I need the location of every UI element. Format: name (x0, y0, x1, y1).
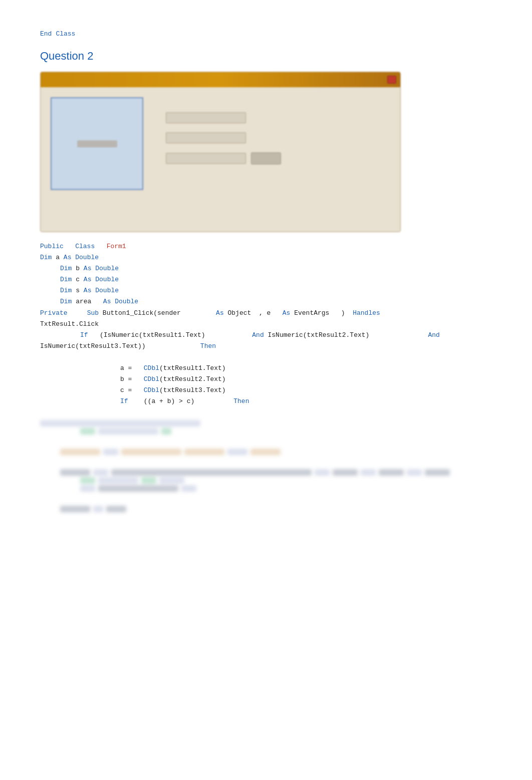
form-body (41, 87, 400, 228)
cdbl3-val: (txtResult3.Text) (159, 385, 226, 396)
and-keyword2: And (428, 330, 439, 341)
blurred-section-1 (40, 420, 492, 512)
dim-a-var: a (56, 252, 60, 263)
and-keyword1: And (252, 330, 263, 341)
textbox-1[interactable] (166, 112, 246, 123)
dim-area-var: area (76, 296, 91, 307)
dim-s-var: s (76, 285, 80, 296)
end-class-line: End Class (40, 30, 492, 38)
isnumeric2: IsNumeric(txtResult2.Text) (268, 330, 370, 341)
question-heading: Question 2 (40, 50, 492, 63)
dim-b-var: b (76, 263, 80, 274)
code-block: Public Class Form1 Dim a As Double Dim b… (40, 241, 492, 512)
dim-area-as: As (103, 296, 111, 307)
c-var: c = (120, 385, 132, 396)
cdbl1-keyword: CDbl (144, 363, 159, 374)
form-right-panel (166, 97, 390, 218)
dim-a-keyword: Dim (40, 252, 52, 263)
sub-keyword: Sub (87, 308, 99, 319)
dim-s-as: As (84, 285, 92, 296)
eventargs-type: EventArgs (294, 308, 329, 319)
title-buttons (387, 76, 396, 84)
dim-b-as: As (84, 263, 92, 274)
class-keyword: Class (56, 30, 75, 38)
code-line-private-sub: Private Sub Button1_Click(sender As Obje… (40, 308, 492, 319)
code-line-dim-c: Dim c As Double (60, 274, 492, 285)
isnumeric3: IsNumeric(txtResult3.Text)) (40, 341, 146, 352)
as-keyword1: As (216, 308, 224, 319)
button-click-name: Button1_Click(sender (103, 308, 181, 319)
public-keyword: Public (40, 241, 64, 252)
dim-c-keyword: Dim (60, 274, 72, 285)
handles-keyword: Handles (353, 308, 380, 319)
form-window (40, 72, 401, 232)
dim-s-keyword: Dim (60, 285, 72, 296)
if2-condition: ((a + b) > c) (144, 396, 194, 407)
private-keyword: Private (40, 308, 68, 319)
form-left-panel (51, 97, 151, 218)
form-titlebar (41, 72, 400, 87)
code-line-public-class: Public Class Form1 (40, 241, 492, 252)
dim-area-type: Double (115, 296, 138, 307)
as-keyword2: As (283, 308, 291, 319)
cdbl3-keyword: CDbl (144, 385, 159, 396)
blurred-line-5 (80, 477, 492, 484)
code-line-c-assign: c = CDbl (txtResult3.Text) (120, 385, 492, 396)
dim-a-as: As (64, 252, 72, 263)
code-line-isnumeric3: IsNumeric(txtResult3.Text)) Then (40, 341, 492, 352)
code-line-dim-b: Dim b As Double (60, 263, 492, 274)
a-var: a = (120, 363, 132, 374)
cdbl2-keyword: CDbl (144, 374, 159, 385)
b-var: b = (120, 374, 132, 385)
calculate-button[interactable] (251, 152, 281, 164)
dim-area-keyword: Dim (60, 296, 72, 307)
code-line-dim-a: Dim a As Double (40, 252, 492, 263)
if2-keyword: If (120, 396, 128, 407)
blurred-line-6 (80, 485, 492, 492)
form-row-1 (166, 112, 390, 123)
cdbl2-val: (txtResult2.Text) (159, 374, 226, 385)
blurred-line-7 (60, 506, 492, 512)
dim-c-as: As (84, 274, 92, 285)
cdbl1-val: (txtResult1.Text) (159, 363, 226, 374)
then-keyword: Then (200, 341, 216, 352)
form1-name: Form1 (107, 241, 126, 252)
form-row-3 (166, 152, 390, 164)
form-row-2 (166, 132, 390, 143)
dim-s-type: Double (95, 285, 119, 296)
dim-b-type: Double (95, 263, 119, 274)
code-line-b-assign: b = CDbl (txtResult2.Text) (120, 374, 492, 385)
code-line-if2: If ((a + b) > c) Then (120, 396, 492, 407)
dim-c-type: Double (95, 274, 119, 285)
textbox-2[interactable] (166, 132, 246, 143)
dim-a-type: Double (75, 252, 99, 263)
object-type: Object (228, 308, 251, 319)
if-keyword: If (80, 330, 88, 341)
code-line-if: If (IsNumeric(txtResult1.Text) And IsNum… (80, 330, 492, 341)
blurred-line-1 (40, 420, 492, 427)
blurred-line-4 (60, 469, 492, 476)
class-keyword2: Class (75, 241, 95, 252)
then2-keyword: Then (233, 396, 249, 407)
isnumeric1: (IsNumeric(txtResult1.Text) (100, 330, 205, 341)
end-keyword: End (40, 30, 52, 38)
code-line-dim-s: Dim s As Double (60, 285, 492, 296)
txtresult-click: TxtResult.Click (40, 319, 99, 330)
close-button-icon (387, 76, 396, 84)
blurred-line-3 (60, 449, 492, 455)
dim-c-var: c (76, 274, 80, 285)
dim-b-keyword: Dim (60, 263, 72, 274)
code-line-dim-area: Dim area As Double (60, 296, 492, 307)
textbox-3[interactable] (166, 153, 246, 164)
picture-label (77, 140, 117, 147)
picture-box (51, 97, 143, 190)
blurred-line-2 (80, 428, 492, 435)
code-line-a-assign: a = CDbl (txtResult1.Text) (120, 363, 492, 374)
code-line-txtresult: TxtResult.Click (40, 319, 492, 330)
